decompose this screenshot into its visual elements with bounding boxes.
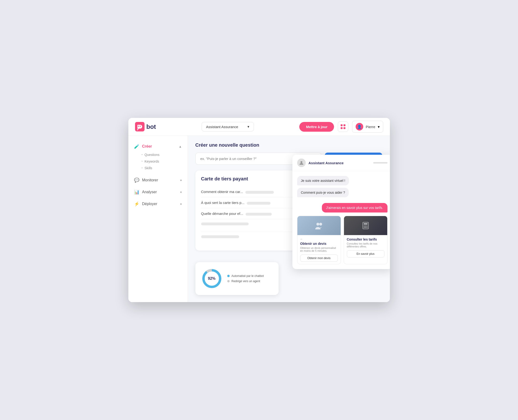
- svg-rect-1: [138, 126, 139, 127]
- person-icon: [299, 160, 304, 165]
- back-arrow-icon: ←: [300, 237, 303, 241]
- svg-rect-6: [344, 127, 345, 129]
- browser-window: bot Assistant Assurance ▾ Mettre à jour: [128, 118, 390, 302]
- grid-icon-button[interactable]: [338, 121, 348, 132]
- suggestion-btn-tarifs[interactable]: En savoir plus: [347, 250, 384, 257]
- chevron-down-icon: ▾: [248, 125, 249, 129]
- user-menu[interactable]: 👤 Pierre ▾: [352, 121, 383, 133]
- header-center: Assistant Assurance ▾: [160, 122, 296, 131]
- row-placeholder: [245, 191, 274, 194]
- sidebar-section-deployer: ⚡ Déployer ▾: [128, 199, 188, 209]
- legend-automated: Automatisé par le chatbot: [227, 274, 264, 278]
- chat-icon: 💬: [134, 178, 139, 183]
- legend-redirected: Redirigé vers un agent: [227, 279, 264, 283]
- svg-rect-19: [365, 227, 366, 228]
- svg-rect-18: [364, 227, 365, 228]
- user-menu-chevron: ▾: [378, 125, 380, 129]
- donut-center-text: 92%: [208, 277, 215, 281]
- suggestion-card-devis[interactable]: ← Obtenir un devis Obtenez un devis pers…: [297, 216, 341, 264]
- sidebar-section-header-monitorer[interactable]: 💬 Monitorer ▾: [128, 175, 188, 185]
- sidebar-label-monitorer: Monitorer: [142, 178, 158, 182]
- sidebar-section-header-analyser[interactable]: 📊 Analyser ▾: [128, 187, 188, 197]
- logo-icon: [135, 122, 144, 131]
- people-icon: [314, 221, 324, 230]
- user-avatar: 👤: [356, 123, 363, 130]
- logo-text: bot: [146, 123, 156, 130]
- chatbot-minimize-bar[interactable]: [373, 162, 388, 164]
- svg-point-11: [316, 223, 319, 225]
- sidebar-section-analyser: 📊 Analyser ▾: [128, 187, 188, 197]
- progress-card: 92% Automatisé par le chatbot Redirigé v…: [195, 262, 279, 295]
- row-placeholder-3: [247, 202, 270, 205]
- grid-icon: [340, 124, 346, 129]
- sidebar-label-creer: Créer: [142, 144, 152, 149]
- chat-bubbles: Je suis votre assistant virtuel ! Commen…: [297, 176, 388, 200]
- calculator-icon: [361, 221, 370, 230]
- donut-chart: 92%: [201, 268, 223, 289]
- chevron-down-icon-deployer: ▾: [180, 202, 182, 206]
- legend-dot-gray: [227, 280, 230, 282]
- svg-rect-5: [341, 127, 343, 129]
- page-title: Créer une nouvelle question: [195, 142, 382, 148]
- suggestion-card-tarifs[interactable]: Consulter les tarifs Consultez les tarif…: [344, 216, 388, 264]
- sidebar-section-creer: 🧪 Créer ▲ Questions Keywords Skills: [128, 142, 188, 173]
- suggestion-desc-devis: Obtenez un devis personnalisé en moins d…: [300, 247, 338, 252]
- chevron-down-icon-monitorer: ▾: [180, 179, 182, 182]
- sidebar-label-analyser: Analyser: [142, 190, 157, 194]
- sidebar-sub-items-creer: Questions Keywords Skills: [128, 151, 188, 173]
- user-name: Pierre: [366, 125, 375, 129]
- content-area: Créer une nouvelle question Importer des…: [188, 136, 390, 302]
- svg-rect-17: [367, 225, 368, 226]
- suggestion-desc-tarifs: Consultez les tarifs de nos différentes …: [347, 242, 384, 248]
- suggestion-btn-devis[interactable]: Obtenir mon devis: [300, 255, 338, 262]
- assistant-selector[interactable]: Assistant Assurance ▾: [202, 122, 254, 131]
- assistant-selector-label: Assistant Assurance: [206, 125, 238, 129]
- chevron-up-icon: ▲: [179, 145, 182, 148]
- sidebar-section-monitorer: 💬 Monitorer ▾: [128, 175, 188, 185]
- chatbot-name: Assistant Assurance: [308, 161, 344, 165]
- sidebar-item-questions[interactable]: Questions: [142, 151, 182, 158]
- suggestion-title-tarifs: Consulter les tarifs: [347, 237, 384, 241]
- sidebar: 🧪 Créer ▲ Questions Keywords Skills: [128, 136, 188, 302]
- chatbot-header: Assistant Assurance: [293, 155, 390, 171]
- user-message: J'aimerais en savoir plus sur vos tarifs…: [322, 203, 388, 212]
- sidebar-section-header-creer[interactable]: 🧪 Créer ▲: [128, 142, 188, 151]
- chatbot-overlay: Assistant Assurance Je suis votre assist…: [293, 155, 390, 269]
- chevron-down-icon-analyser: ▾: [180, 190, 182, 194]
- main-layout: 🧪 Créer ▲ Questions Keywords Skills: [128, 136, 390, 302]
- sidebar-item-keywords[interactable]: Keywords: [142, 158, 182, 165]
- progress-legend: Automatisé par le chatbot Redirigé vers …: [227, 274, 264, 283]
- suggestion-title-devis: Obtenir un devis: [300, 242, 338, 246]
- update-button[interactable]: Mettre à jour: [299, 122, 334, 132]
- svg-rect-2: [140, 126, 141, 127]
- svg-rect-20: [367, 227, 368, 228]
- bot-message-1: Je suis votre assistant virtuel !: [297, 176, 349, 185]
- flask-icon: 🧪: [134, 144, 139, 149]
- suggestion-image-devis: [297, 216, 341, 235]
- sidebar-section-header-deployer[interactable]: ⚡ Déployer ▾: [128, 199, 188, 209]
- svg-rect-16: [365, 225, 366, 226]
- header: bot Assistant Assurance ▾ Mettre à jour: [128, 118, 390, 136]
- row-placeholder-5: [246, 213, 272, 216]
- svg-point-12: [319, 223, 322, 225]
- legend-dot-blue: [227, 275, 230, 277]
- chatbot-avatar: [297, 158, 306, 167]
- logo-area: bot: [135, 122, 156, 131]
- suggestion-image-tarifs: [344, 216, 387, 235]
- chart-icon: 📊: [134, 189, 139, 195]
- svg-point-10: [300, 161, 302, 163]
- chat-suggestions: ← Obtenir un devis Obtenez un devis pers…: [297, 216, 388, 264]
- bolt-icon: ⚡: [134, 201, 139, 207]
- header-right: Mettre à jour 👤 Pierre ▾: [299, 121, 383, 133]
- svg-rect-15: [364, 225, 365, 226]
- sidebar-label-deployer: Déployer: [142, 202, 157, 206]
- chatbot-body: Je suis votre assistant virtuel ! Commen…: [293, 171, 390, 269]
- sidebar-item-skills[interactable]: Skills: [142, 165, 182, 171]
- bot-message-2: Comment puis-je vous aider ?: [297, 188, 349, 197]
- svg-rect-14: [364, 223, 368, 225]
- svg-rect-3: [341, 124, 343, 126]
- svg-rect-4: [344, 124, 345, 126]
